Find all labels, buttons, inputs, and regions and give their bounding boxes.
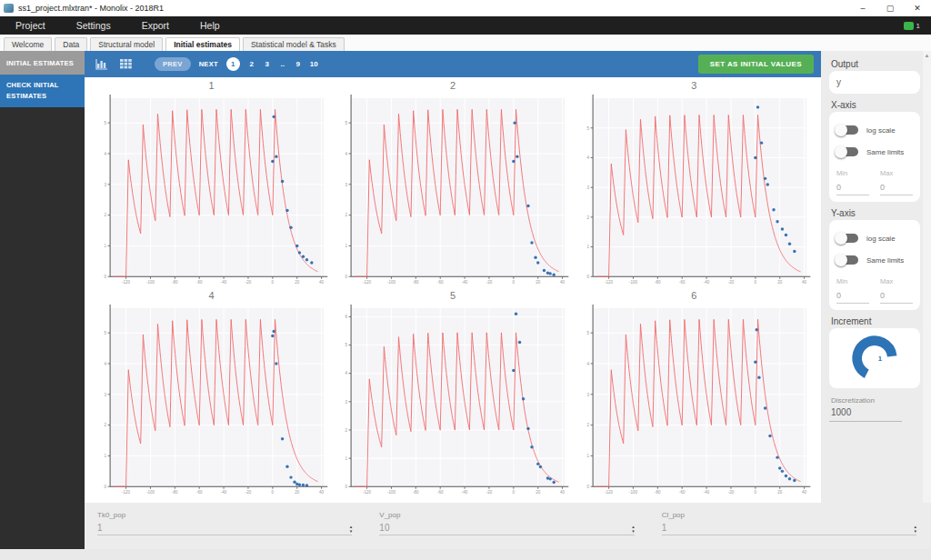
svg-text:-40: -40 — [221, 280, 227, 285]
svg-text:-40: -40 — [703, 490, 709, 495]
page-button-3[interactable]: 3 — [264, 60, 271, 68]
settings-panel: Output y X-axis log scale Same limits Mi… — [821, 51, 931, 503]
svg-text:-40: -40 — [703, 280, 709, 285]
subplot-plot-3: -120-100-80-60-40-2002040012345 — [576, 94, 812, 290]
menu-project[interactable]: Project — [0, 16, 61, 35]
scroll-up-icon[interactable]: ▲ — [925, 51, 930, 503]
svg-text:0: 0 — [345, 275, 348, 279]
output-section-label: Output — [831, 59, 918, 69]
x-same-limits-toggle[interactable] — [836, 147, 858, 156]
set-as-initial-values-button[interactable]: SET AS INITIAL VALUES — [698, 55, 814, 74]
toggle-knob — [835, 145, 847, 158]
svg-text:5: 5 — [105, 121, 107, 125]
svg-text:0: 0 — [272, 280, 275, 285]
y-log-scale-toggle[interactable] — [836, 234, 858, 243]
y-same-limits-toggle[interactable] — [836, 255, 858, 265]
param-value-input[interactable]: 1 — [662, 523, 915, 533]
svg-text:20: 20 — [536, 280, 541, 285]
x-min-label: Min — [836, 169, 869, 177]
svg-text:3: 3 — [105, 392, 107, 396]
svg-text:5: 5 — [345, 343, 348, 347]
output-value[interactable]: y — [836, 77, 913, 87]
tab-bar: Welcome Data Structural model Initial es… — [0, 35, 931, 51]
x-min-input[interactable]: 0 — [836, 183, 869, 195]
tab-structural-model[interactable]: Structural model — [90, 37, 163, 51]
close-button[interactable]: ✕ — [904, 0, 931, 16]
svg-text:-80: -80 — [413, 490, 419, 495]
svg-text:-80: -80 — [655, 490, 661, 495]
title-bar: ss1_project.mlxtran* - Monolix - 2018R1 … — [0, 0, 931, 16]
page-button-10[interactable]: 10 — [310, 60, 318, 68]
x-max-input[interactable]: 0 — [880, 183, 913, 195]
y-axis-section-label: Y-axis — [831, 208, 918, 218]
panel-scrollbar[interactable]: ▲ — [923, 51, 931, 503]
page-button-2[interactable]: 2 — [248, 60, 255, 68]
tab-data[interactable]: Data — [55, 37, 87, 51]
grid-icon[interactable] — [120, 59, 132, 69]
svg-text:40: 40 — [319, 490, 324, 495]
bar-chart-icon[interactable] — [95, 59, 108, 70]
minimize-button[interactable]: – — [849, 0, 876, 16]
svg-text:1: 1 — [105, 454, 107, 458]
svg-text:-120: -120 — [363, 490, 371, 495]
y-min-label: Min — [836, 277, 869, 285]
y-axis-card: log scale Same limits Min 0 Max 0 — [829, 220, 920, 310]
svg-text:-120: -120 — [122, 280, 130, 285]
svg-text:4: 4 — [586, 361, 589, 365]
svg-text:20: 20 — [536, 490, 541, 495]
page-button-1[interactable]: 1 — [226, 57, 240, 71]
svg-text:-80: -80 — [172, 280, 178, 285]
param-field-cl-pop: Cl_pop 1 ▴▾ — [662, 511, 916, 549]
param-stepper[interactable]: ▴▾ — [350, 525, 353, 533]
param-stepper[interactable]: ▴▾ — [914, 525, 916, 533]
param-stepper[interactable]: ▴▾ — [632, 525, 635, 533]
tab-initial-estimates[interactable]: Initial estimates — [165, 37, 240, 51]
page-button-9[interactable]: 9 — [295, 60, 302, 68]
next-button[interactable]: NEXT — [199, 60, 218, 68]
maximize-button[interactable]: ▢ — [876, 0, 904, 16]
subplot-5: 5 -120-100-80-60-40-20020400123456 — [335, 290, 570, 500]
x-axis-card: log scale Same limits Min 0 Max 0 — [829, 112, 920, 202]
prev-button[interactable]: PREV — [155, 57, 191, 71]
x-log-scale-row: log scale — [836, 125, 913, 135]
param-value-input[interactable]: 10 — [379, 523, 632, 533]
menu-help[interactable]: Help — [185, 16, 235, 35]
param-value-input[interactable]: 1 — [97, 523, 350, 533]
toggle-knob — [835, 124, 847, 136]
subplot-plot-5: -120-100-80-60-40-20020400123456 — [335, 304, 570, 500]
svg-text:4: 4 — [586, 155, 589, 160]
subplot-title: 6 — [576, 290, 812, 304]
menu-export[interactable]: Export — [126, 16, 185, 35]
discretization-input[interactable]: 1000 — [829, 405, 902, 422]
x-same-limits-label: Same limits — [866, 148, 904, 156]
x-minmax: Min 0 Max 0 — [836, 169, 913, 195]
svg-text:-20: -20 — [245, 280, 252, 285]
subplot-6: 6 -120-100-80-60-40-2002040012345 — [576, 290, 812, 500]
svg-text:-20: -20 — [486, 490, 493, 495]
y-min-input[interactable]: 0 — [836, 291, 869, 304]
svg-text:-40: -40 — [221, 490, 227, 495]
increment-dial[interactable]: 1 — [848, 332, 901, 385]
pagination: 1 2 3 .. 9 10 — [226, 57, 318, 71]
param-label: V_pop — [379, 511, 634, 519]
menu-settings[interactable]: Settings — [61, 16, 126, 35]
svg-text:-60: -60 — [679, 490, 686, 495]
tab-statistical-model-tasks[interactable]: Statistical model & Tasks — [243, 37, 345, 51]
svg-text:-120: -120 — [605, 490, 613, 495]
toggle-knob — [835, 254, 847, 266]
param-label: Cl_pop — [662, 511, 916, 519]
y-minmax: Min 0 Max 0 — [836, 277, 913, 304]
svg-text:-120: -120 — [363, 280, 371, 285]
subplot-plot-4: -120-100-80-60-40-2002040012345 — [94, 304, 329, 500]
x-log-scale-toggle[interactable] — [836, 125, 858, 135]
sidebar-item-check-initial-estimates[interactable]: CHECK INITIAL ESTIMATES — [0, 75, 85, 107]
notification-area[interactable]: 1 — [904, 22, 920, 30]
svg-text:40: 40 — [319, 280, 324, 285]
window-title: ss1_project.mlxtran* - Monolix - 2018R1 — [18, 4, 164, 13]
svg-text:-80: -80 — [413, 280, 419, 285]
svg-text:-100: -100 — [387, 280, 395, 285]
y-max-input[interactable]: 0 — [880, 291, 913, 304]
app-icon — [4, 4, 14, 13]
tab-welcome[interactable]: Welcome — [4, 37, 52, 51]
increment-section-label: Increment — [831, 316, 918, 326]
